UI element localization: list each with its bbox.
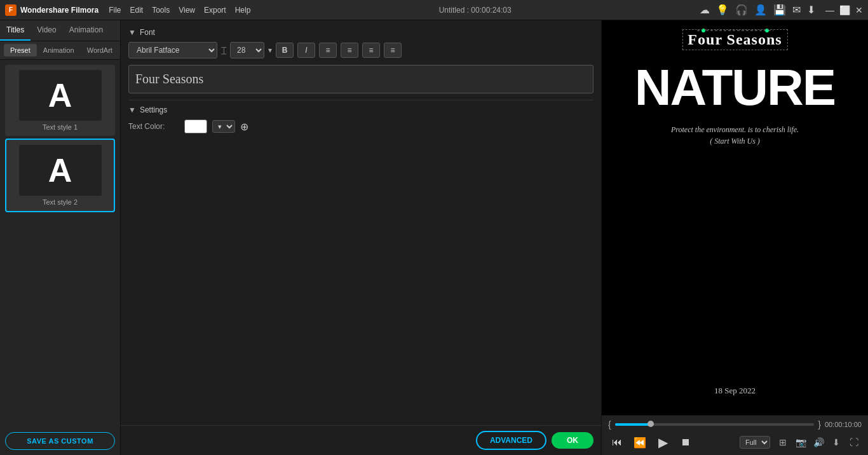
settings-section-arrow: ▼ (128, 105, 136, 114)
play-button[interactable]: ▶ (654, 433, 672, 451)
style-letter-2: A (48, 151, 72, 189)
italic-button[interactable]: I (297, 43, 315, 58)
align-left-button[interactable]: ≡ (319, 43, 337, 58)
save-icon[interactable]: 💾 (773, 4, 786, 16)
right-panel: Four Seasons NATURE Protect the environm… (601, 20, 868, 455)
preview-start: ( Start With Us ) (710, 137, 760, 146)
menu-tools[interactable]: Tools (152, 6, 170, 15)
app-title: F Wondershare Filmora (5, 4, 98, 16)
window-title: Untitled : 00:00:24:03 (261, 6, 689, 15)
headphone-icon[interactable]: 🎧 (735, 4, 748, 16)
tab-titles[interactable]: Titles (0, 20, 31, 41)
subtab-preset[interactable]: Preset (4, 44, 37, 57)
play-back-button[interactable]: ⏪ (631, 433, 649, 451)
font-section-header[interactable]: ▼ Font (128, 28, 593, 37)
download-icon[interactable]: ⬇ (807, 4, 815, 16)
sub-tabs: Preset Animation WordArt (0, 41, 120, 60)
close-button[interactable]: ✕ (855, 5, 863, 15)
minimize-button[interactable]: — (825, 5, 834, 15)
eyedropper-button[interactable]: ⊕ (240, 121, 248, 133)
time-end: 00:00:10:00 (825, 421, 862, 428)
align-justify-button[interactable]: ≡ (384, 43, 402, 58)
progress-fill (615, 423, 651, 426)
align-right-button[interactable]: ≡ (362, 43, 380, 58)
bracket-right[interactable]: } (818, 419, 821, 430)
topbar: F Wondershare Filmora File Edit Tools Vi… (0, 0, 868, 20)
cloud-icon[interactable]: ☁ (700, 4, 710, 16)
style-letter-1: A (48, 76, 72, 114)
divider-1 (128, 100, 593, 100)
menu-edit[interactable]: Edit (130, 6, 143, 15)
settings-section-header[interactable]: ▼ Settings (128, 105, 593, 114)
tab-animation[interactable]: Animation (63, 20, 109, 41)
avatar-icon[interactable]: 👤 (754, 4, 767, 16)
subtab-animation[interactable]: Animation (37, 44, 81, 57)
menu-export[interactable]: Export (204, 6, 226, 15)
playback-bar: { } 00:00:10:00 ⏮ ⏪ ▶ ⏹ Full ⊞ 📷 (602, 415, 868, 455)
style-preview-1: A (19, 70, 102, 121)
skip-prev-button[interactable]: ⏮ (608, 433, 626, 451)
style-item-1[interactable]: A Text style 1 (5, 65, 115, 136)
progress-row: { } 00:00:10:00 (608, 419, 862, 430)
text-color-label: Text Color: (128, 122, 179, 131)
preview-area: Four Seasons NATURE Protect the environm… (602, 20, 868, 415)
color-swatch[interactable] (184, 119, 207, 133)
advanced-button[interactable]: ADVANCED (476, 431, 546, 450)
bulb-icon[interactable]: 💡 (716, 4, 729, 16)
font-section-title: Font (140, 28, 155, 37)
columns-icon: ⌶ (221, 45, 226, 55)
preview-date: 18 Sep 2022 (714, 386, 756, 396)
mail-icon[interactable]: ✉ (792, 4, 801, 16)
ctrl-icon-row: ⊞ 📷 🔊 ⬇ ⛶ (775, 435, 862, 450)
main-layout: Titles Video Animation Preset Animation … (0, 20, 868, 455)
progress-thumb (648, 421, 654, 427)
app-name: Wondershare Filmora (20, 6, 98, 15)
bold-button[interactable]: B (276, 43, 294, 58)
style-preview-2: A (19, 145, 102, 196)
subtab-wordart[interactable]: WordArt (81, 44, 119, 57)
progress-track[interactable] (615, 423, 815, 426)
preview-four-seasons: Four Seasons (682, 29, 787, 50)
menu-help[interactable]: Help (235, 6, 251, 15)
font-row: Abril Fatface ⌶ 28 ▾ B I ≡ ≡ ≡ ≡ (128, 42, 593, 58)
align-center-button[interactable]: ≡ (341, 43, 358, 58)
preview-canvas: Four Seasons NATURE Protect the environm… (602, 20, 868, 415)
maximize-button[interactable]: ⬜ (839, 5, 850, 15)
font-size-select[interactable]: 28 (230, 42, 264, 58)
tab-video[interactable]: Video (31, 20, 62, 41)
text-color-row: Text Color: ▾ ⊕ (128, 119, 593, 133)
style-name-1: Text style 1 (43, 123, 78, 131)
controls-row: ⏮ ⏪ ▶ ⏹ Full ⊞ 📷 🔊 ⬇ ⛶ (608, 433, 862, 451)
settings-section-title: Settings (140, 105, 167, 114)
main-tabs: Titles Video Animation (0, 20, 120, 41)
app-logo: F (5, 4, 17, 16)
resize-button[interactable]: ⊞ (775, 435, 790, 450)
window-controls: — ⬜ ✕ (825, 5, 863, 15)
quality-select[interactable]: Full (740, 436, 770, 449)
menu-bar: File Edit Tools View Export Help (109, 6, 250, 15)
style-name-2: Text style 2 (43, 198, 78, 206)
ok-button[interactable]: OK (552, 432, 593, 449)
snapshot-button[interactable]: 📷 (793, 435, 808, 450)
center-panel: ▼ Font Abril Fatface ⌶ 28 ▾ B I ≡ ≡ ≡ ≡ … (121, 20, 601, 455)
save-custom-button[interactable]: SAVE AS CUSTOM (5, 432, 115, 450)
render-button[interactable]: ⬇ (829, 435, 844, 450)
settings-section: ▼ Settings Text Color: ▾ ⊕ (128, 100, 593, 133)
audio-button[interactable]: 🔊 (811, 435, 826, 450)
left-panel: Titles Video Animation Preset Animation … (0, 20, 121, 455)
preview-protect: Protect the environment. is to cherish l… (671, 125, 799, 135)
menu-view[interactable]: View (179, 6, 195, 15)
size-arrow-icon: ▾ (268, 46, 272, 55)
font-section-arrow: ▼ (128, 28, 136, 37)
bracket-left[interactable]: { (608, 419, 611, 430)
font-family-select[interactable]: Abril Fatface (128, 42, 217, 58)
text-content-area[interactable]: Four Seasons (128, 65, 593, 93)
stop-button[interactable]: ⏹ (677, 433, 695, 451)
bottom-buttons: ADVANCED OK (121, 425, 601, 455)
color-dropdown[interactable]: ▾ (212, 120, 235, 133)
editor-area: ▼ Font Abril Fatface ⌶ 28 ▾ B I ≡ ≡ ≡ ≡ … (121, 20, 601, 425)
topbar-icons: ☁ 💡 🎧 👤 💾 ✉ ⬇ (700, 4, 815, 16)
fullscreen-button[interactable]: ⛶ (846, 435, 862, 450)
menu-file[interactable]: File (109, 6, 121, 15)
style-item-2[interactable]: A Text style 2 (5, 139, 115, 212)
